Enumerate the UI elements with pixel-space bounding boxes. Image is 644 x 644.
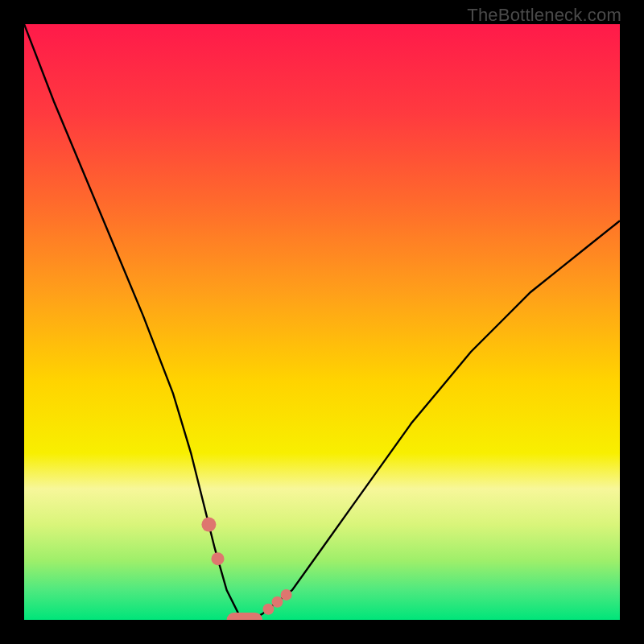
chart-overlay xyxy=(24,24,620,620)
svg-point-1 xyxy=(201,518,216,532)
watermark-text: TheBottleneck.com xyxy=(467,5,621,26)
svg-point-2 xyxy=(212,552,225,565)
svg-point-4 xyxy=(262,604,274,615)
svg-point-5 xyxy=(272,597,283,608)
plot-area xyxy=(24,24,620,620)
chart-frame: TheBottleneck.com xyxy=(0,0,644,644)
svg-rect-3 xyxy=(227,613,262,620)
curve-line xyxy=(24,24,620,620)
highlight-markers xyxy=(201,518,291,620)
svg-point-6 xyxy=(281,589,292,601)
